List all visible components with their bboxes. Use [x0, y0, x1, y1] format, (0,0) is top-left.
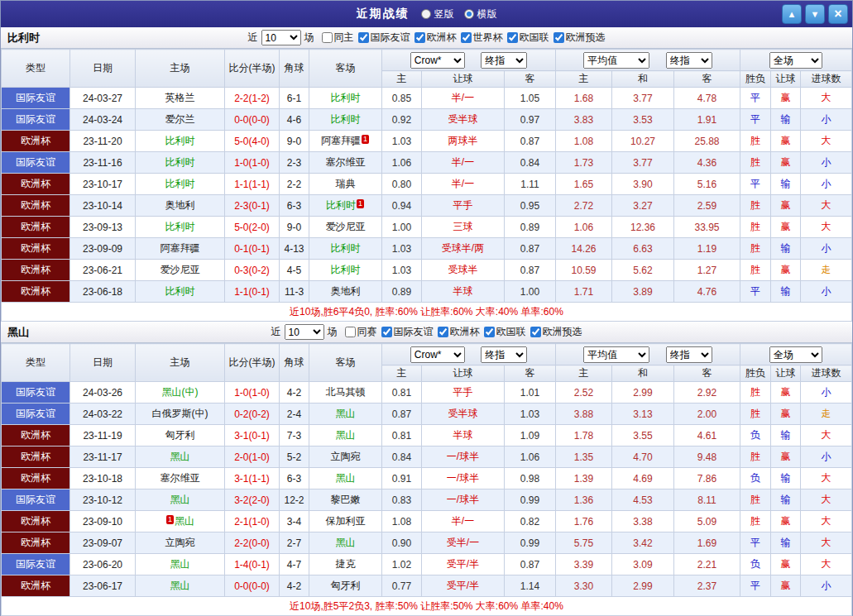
recent-count-select[interactable]: 10 — [261, 30, 301, 45]
match-row: 国际友谊23-11-16比利时1-0(1-0)2-3塞尔维亚1.06半/一0.8… — [2, 152, 852, 174]
team-text: 比利时 — [331, 242, 361, 254]
bookmaker-select[interactable]: Crow* — [410, 52, 465, 69]
filter-checkbox[interactable] — [553, 32, 564, 43]
filter-checkbox[interactable] — [415, 32, 425, 43]
filter-checkbox[interactable] — [345, 327, 356, 337]
filter-checkbox[interactable] — [381, 327, 392, 337]
filter-label: 同赛 — [357, 325, 377, 339]
eu-home-odds: 1.68 — [556, 88, 612, 109]
fulltime-select[interactable]: 全场 — [769, 52, 822, 69]
team-text: 白俄罗斯(中) — [152, 408, 208, 419]
result-flag: 负 — [740, 554, 771, 575]
col-score: 比分(半场) — [225, 50, 280, 88]
filter-checkbox[interactable] — [507, 32, 518, 43]
away-team-cell: 黎巴嫩 — [309, 489, 382, 511]
filter-option[interactable]: 欧洲杯 — [415, 31, 457, 45]
eu-away-odds: 5.16 — [674, 174, 740, 195]
filter-checkbox[interactable] — [358, 32, 369, 43]
filter-option[interactable]: 同主 — [322, 31, 354, 45]
window-title: 近期战绩 — [357, 7, 410, 21]
bookmaker-select[interactable]: Crow* — [410, 346, 465, 363]
final-odds-select[interactable]: 终指 — [481, 52, 527, 69]
filter-option[interactable]: 欧洲杯 — [438, 325, 480, 339]
eu-draw-odds: 5.62 — [612, 260, 674, 281]
filter-checkbox[interactable] — [322, 32, 333, 43]
away-team-cell: 奥地利 — [309, 281, 382, 303]
average-select[interactable]: 平均值 — [583, 346, 649, 363]
filter-checkbox[interactable] — [438, 327, 448, 337]
radio-horizontal-layout[interactable]: 横版 — [464, 7, 497, 21]
filter-option[interactable]: 欧国联 — [484, 325, 526, 339]
filter-option[interactable]: 欧洲预选 — [553, 31, 606, 45]
match-date: 23-06-18 — [70, 281, 136, 303]
team-text: 阿塞拜疆 — [161, 242, 200, 254]
filter-checkbox[interactable] — [461, 32, 472, 43]
eu-home-odds: 1.73 — [556, 152, 612, 174]
ah-away-odds: 0.87 — [505, 260, 556, 281]
recent-count-select[interactable]: 10 — [285, 324, 324, 340]
ah-line: 半球 — [422, 425, 505, 446]
filter-label: 欧洲杯 — [450, 325, 480, 339]
radio-vertical-layout[interactable]: 竖版 — [421, 7, 454, 21]
filter-bar: 近 10 场 同主国际友谊欧洲杯世界杯欧国联欧洲预选 — [248, 30, 606, 45]
team-text: 比利时 — [331, 113, 361, 125]
score-cell: 3-1(1-1) — [225, 468, 280, 489]
filter-option[interactable]: 欧洲预选 — [530, 325, 582, 339]
goals-flag: 大 — [801, 554, 852, 575]
eu-home-odds: 10.59 — [556, 260, 612, 281]
match-type: 欧洲杯 — [2, 260, 70, 281]
final-odds-select-2[interactable]: 终指 — [666, 52, 712, 69]
ah-home-odds: 0.83 — [382, 489, 422, 511]
filter-label: 欧国联 — [496, 325, 526, 339]
fulltime-select[interactable]: 全场 — [769, 346, 822, 363]
eu-draw-odds: 3.42 — [612, 532, 674, 554]
close-button[interactable]: × — [828, 4, 848, 24]
goals-flag: 大 — [801, 217, 852, 238]
filter-checkbox[interactable] — [484, 327, 495, 337]
scroll-up-button[interactable]: ▲ — [782, 4, 802, 24]
section-header: 比利时 近 10 场 同主国际友谊欧洲杯世界杯欧国联欧洲预选 — [1, 27, 852, 49]
match-type: 欧洲杯 — [2, 281, 70, 303]
scroll-down-button[interactable]: ▼ — [805, 4, 825, 24]
eu-draw-odds: 3.53 — [612, 109, 674, 131]
team-text: 奥地利 — [331, 285, 361, 297]
goals-flag: 大 — [801, 425, 852, 446]
ah-line: 半/一 — [422, 511, 505, 532]
eu-home-odds: 2.72 — [556, 195, 612, 217]
ah-line: 受半球 — [422, 404, 505, 425]
match-date: 23-06-21 — [70, 260, 136, 281]
match-type: 欧洲杯 — [2, 217, 70, 238]
col-result: 胜负 — [740, 71, 771, 88]
titlebar-center: 近期战绩 竖版 横版 — [357, 7, 497, 21]
filter-checkbox[interactable] — [530, 327, 541, 337]
ah-result-flag: 赢 — [771, 217, 801, 238]
final-odds-select-2[interactable]: 终指 — [666, 346, 712, 363]
filter-option[interactable]: 国际友谊 — [358, 31, 410, 45]
result-flag: 平 — [740, 281, 771, 303]
team-text: 英格兰 — [165, 92, 195, 103]
filter-option[interactable]: 世界杯 — [461, 31, 503, 45]
score-cell: 2-0(1-0) — [225, 446, 280, 468]
goals-flag: 小 — [801, 281, 852, 303]
match-row: 国际友谊24-03-24爱尔兰0-0(0-0)4-6比利时0.92受半球0.97… — [2, 109, 852, 131]
ah-result-flag: 输 — [771, 489, 801, 511]
match-row: 欧洲杯23-11-19匈牙利3-1(0-1)7-3黑山0.81半球1.091.7… — [2, 425, 852, 446]
filter-option[interactable]: 同赛 — [345, 325, 377, 339]
average-select[interactable]: 平均值 — [583, 52, 649, 69]
home-team-cell: 塞尔维亚 — [136, 468, 225, 489]
eu-draw-odds: 3.90 — [612, 174, 674, 195]
filter-option[interactable]: 欧国联 — [507, 31, 549, 45]
ah-home-odds: 0.77 — [382, 575, 422, 597]
ah-home-odds: 0.92 — [382, 109, 422, 131]
col-score: 比分(半场) — [225, 344, 280, 382]
team-text: 塞尔维亚 — [326, 156, 366, 168]
match-type: 国际友谊 — [2, 382, 70, 404]
filter-option[interactable]: 国际友谊 — [381, 325, 434, 339]
final-odds-select[interactable]: 终指 — [481, 346, 527, 363]
match-row: 国际友谊23-06-20黑山1-4(0-1)4-7捷克1.02受平/半0.873… — [2, 554, 852, 575]
eu-home-odds: 1.36 — [556, 489, 612, 511]
col-ah-line: 让球 — [422, 365, 505, 382]
match-date: 24-03-24 — [70, 109, 136, 131]
filter-label: 同主 — [334, 31, 354, 45]
eu-away-odds: 25.88 — [674, 131, 740, 152]
